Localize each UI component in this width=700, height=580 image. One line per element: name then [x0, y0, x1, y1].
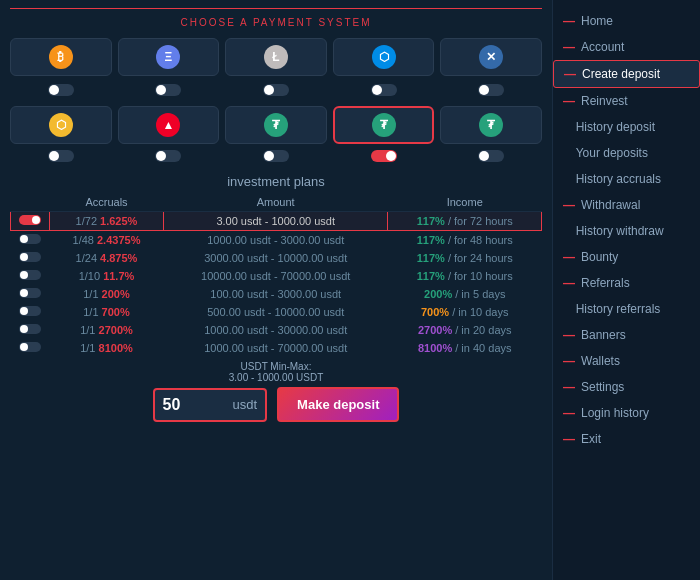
plan-income: 200% / in 5 days: [388, 285, 542, 303]
sidebar-item-label: Banners: [581, 328, 626, 342]
sidebar-item-label: History referrals: [576, 302, 661, 316]
plan-toggle-7[interactable]: [19, 342, 41, 352]
sidebar-item-history-deposit[interactable]: History deposit: [553, 114, 700, 140]
sidebar-item-your-deposits[interactable]: Your deposits: [553, 140, 700, 166]
plan-toggle-3[interactable]: [19, 270, 41, 280]
toggle-eth[interactable]: [155, 84, 181, 96]
sidebar-item-create-deposit[interactable]: —Create deposit: [553, 60, 700, 88]
plan-amount: 3000.00 usdt - 10000.00 usdt: [163, 249, 387, 267]
toggle-ltc[interactable]: [263, 84, 289, 96]
sidebar-item-history-referrals[interactable]: History referrals: [553, 296, 700, 322]
sidebar-item-referrals[interactable]: —Referrals: [553, 270, 700, 296]
toggle-dash[interactable]: [371, 84, 397, 96]
plan-toggle-0[interactable]: [19, 215, 41, 225]
trx-icon: ▲: [156, 113, 180, 137]
plan-accruals: 1/10 11.7%: [50, 267, 164, 285]
plan-amount: 500.00 usdt - 10000.00 usdt: [163, 303, 387, 321]
amount-input[interactable]: [155, 390, 225, 420]
toggle-usdt3[interactable]: [478, 150, 504, 162]
toggle-usdt1[interactable]: [263, 150, 289, 162]
toggle-row2: [0, 148, 552, 168]
toggle-btc[interactable]: [48, 84, 74, 96]
sidebar-item-login-history[interactable]: —Login history: [553, 400, 700, 426]
dash-icon: —: [563, 432, 575, 446]
plan-toggle-6[interactable]: [19, 324, 41, 334]
sidebar-item-label: History accruals: [576, 172, 661, 186]
toggle-bnb[interactable]: [48, 150, 74, 162]
col-amount: Amount: [163, 193, 387, 212]
currency-row2: ⬡ ▲ ₮ ₮ ₮: [0, 102, 552, 148]
dash-icon: —: [563, 328, 575, 342]
plan-toggle-1[interactable]: [19, 234, 41, 244]
bnb-icon: ⬡: [49, 113, 73, 137]
sidebar-item-label: Exit: [581, 432, 601, 446]
dash-icon: ⬡: [372, 45, 396, 69]
usdt1-icon: ₮: [264, 113, 288, 137]
trx-btn[interactable]: ▲: [118, 106, 220, 144]
plan-amount: 1000.00 usdt - 30000.00 usdt: [163, 321, 387, 339]
eth-icon: Ξ: [156, 45, 180, 69]
plan-income: 2700% / in 20 days: [388, 321, 542, 339]
bnb-btn[interactable]: ⬡: [10, 106, 112, 144]
sidebar-item-exit[interactable]: —Exit: [553, 426, 700, 452]
sidebar-item-account[interactable]: —Account: [553, 34, 700, 60]
sidebar-item-settings[interactable]: —Settings: [553, 374, 700, 400]
deposit-row: usdt Make deposit: [153, 387, 400, 422]
plan-accruals: 1/48 2.4375%: [50, 231, 164, 250]
sidebar-item-withdrawal[interactable]: —Withdrawal: [553, 192, 700, 218]
plan-toggle-2[interactable]: [19, 252, 41, 262]
sidebar-item-wallets[interactable]: —Wallets: [553, 348, 700, 374]
ltc-btn[interactable]: Ł: [225, 38, 327, 76]
eth-btn[interactable]: Ξ: [118, 38, 220, 76]
sidebar-item-home[interactable]: —Home: [553, 8, 700, 34]
btc-btn[interactable]: ₿: [10, 38, 112, 76]
dash-icon: —: [563, 94, 575, 108]
xrp-icon: ✕: [479, 45, 503, 69]
amount-input-wrap: usdt: [153, 388, 268, 422]
plan-toggle-4[interactable]: [19, 288, 41, 298]
plan-accruals: 1/72 1.625%: [50, 212, 164, 231]
plan-accruals: 1/1 8100%: [50, 339, 164, 357]
sidebar-item-reinvest[interactable]: —Reinvest: [553, 88, 700, 114]
xrp-btn[interactable]: ✕: [440, 38, 542, 76]
toggle-usdt2[interactable]: [371, 150, 397, 162]
ltc-icon: Ł: [264, 45, 288, 69]
toggle-trx[interactable]: [155, 150, 181, 162]
plan-income: 117% / for 10 hours: [388, 267, 542, 285]
sidebar-item-label: Withdrawal: [581, 198, 640, 212]
plans-title: investment plans: [0, 168, 552, 193]
table-row: 1/1 8100%1000.00 usdt - 70000.00 usdt810…: [11, 339, 542, 357]
sidebar-item-banners[interactable]: —Banners: [553, 322, 700, 348]
dash-icon: [563, 172, 570, 186]
col-accruals: Accruals: [50, 193, 164, 212]
usdt3-btn[interactable]: ₮: [440, 106, 542, 144]
sidebar-item-history-withdraw[interactable]: History withdraw: [553, 218, 700, 244]
dash-icon: —: [563, 40, 575, 54]
amount-unit: usdt: [225, 397, 266, 412]
plan-amount: 1000.00 usdt - 3000.00 usdt: [163, 231, 387, 250]
table-row: 1/48 2.4375%1000.00 usdt - 3000.00 usdt1…: [11, 231, 542, 250]
plan-amount: 3.00 usdt - 1000.00 usdt: [163, 212, 387, 231]
usdt2-btn[interactable]: ₮: [333, 106, 435, 144]
dash-btn[interactable]: ⬡: [333, 38, 435, 76]
plan-income: 117% / for 48 hours: [388, 231, 542, 250]
usdt3-icon: ₮: [479, 113, 503, 137]
table-row: 1/24 4.875%3000.00 usdt - 10000.00 usdt1…: [11, 249, 542, 267]
plan-income: 700% / in 10 days: [388, 303, 542, 321]
toggle-row1: [0, 82, 552, 102]
dash-icon: —: [563, 250, 575, 264]
minmax-text: USDT Min-Max: 3.00 - 1000.00 USDT: [229, 361, 324, 383]
sidebar-item-label: History withdraw: [576, 224, 664, 238]
sidebar-item-bounty[interactable]: —Bounty: [553, 244, 700, 270]
usdt1-btn[interactable]: ₮: [225, 106, 327, 144]
dash-icon: [563, 302, 570, 316]
make-deposit-button[interactable]: Make deposit: [277, 387, 399, 422]
sidebar-item-history-accruals[interactable]: History accruals: [553, 166, 700, 192]
plan-toggle-5[interactable]: [19, 306, 41, 316]
plan-accruals: 1/1 200%: [50, 285, 164, 303]
dash-icon: —: [563, 380, 575, 394]
sidebar: —Home—Account—Create deposit—Reinvest Hi…: [552, 0, 700, 580]
dash-icon: [563, 146, 570, 160]
toggle-xrp[interactable]: [478, 84, 504, 96]
dash-icon: [563, 120, 570, 134]
